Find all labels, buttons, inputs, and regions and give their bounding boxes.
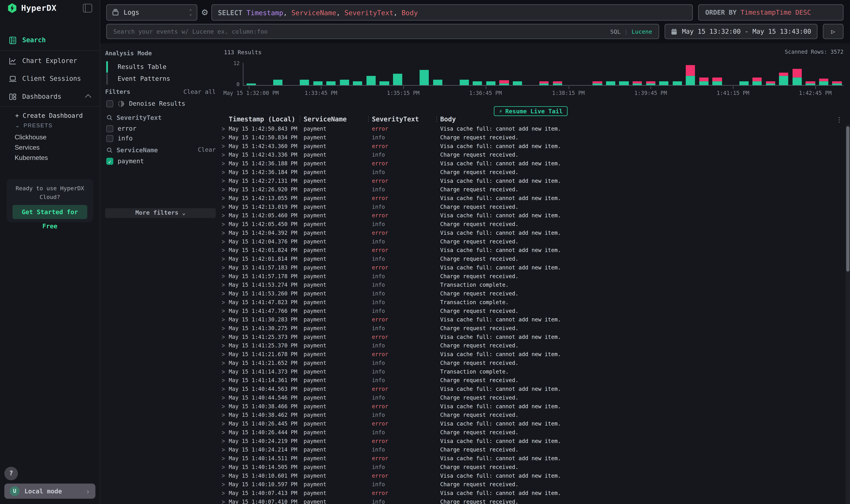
table-row[interactable]: > May 15 1:40:26.444 PM payment info Cha… xyxy=(218,428,844,437)
table-row[interactable]: > May 15 1:42:13.055 PM payment error Vi… xyxy=(218,194,844,203)
table-row[interactable]: > May 15 1:40:10.597 PM payment info Cha… xyxy=(218,480,844,489)
table-row[interactable]: > May 15 1:41:47.823 PM payment info Tra… xyxy=(218,298,844,307)
col-header-timestamp[interactable]: Timestamp (Local) xyxy=(229,115,304,125)
histogram-bar[interactable] xyxy=(538,63,551,85)
histogram-bar[interactable] xyxy=(271,63,285,85)
histogram-bar[interactable] xyxy=(657,63,671,85)
clear-all-button[interactable]: Clear all xyxy=(183,88,216,95)
table-row[interactable]: > May 15 1:42:50.834 PM payment info Cha… xyxy=(218,133,844,142)
denoise-checkbox[interactable] xyxy=(106,100,113,107)
histogram-bar[interactable] xyxy=(724,63,737,85)
table-row[interactable]: > May 15 1:42:13.019 PM payment info Cha… xyxy=(218,203,844,212)
help-button[interactable]: ? xyxy=(4,467,18,480)
histogram-bar[interactable] xyxy=(298,63,311,85)
table-row[interactable]: > May 15 1:40:24.214 PM payment info Cha… xyxy=(218,446,844,454)
source-select[interactable]: Logs ⌃⌄ xyxy=(106,4,197,21)
table-row[interactable]: > May 15 1:42:50.843 PM payment error Vi… xyxy=(218,125,844,133)
histogram-bar[interactable] xyxy=(324,63,338,85)
histogram-bar[interactable] xyxy=(804,63,817,85)
table-row[interactable]: > May 15 1:41:53.260 PM payment info Cha… xyxy=(218,289,844,298)
denoise-filter-row[interactable]: Denoise Results xyxy=(106,100,185,107)
table-row[interactable]: > May 15 1:41:25.370 PM payment info Cha… xyxy=(218,341,844,350)
table-row[interactable]: > May 15 1:40:14.511 PM payment error Vi… xyxy=(218,454,844,463)
table-row[interactable]: > May 15 1:40:10.601 PM payment error Vi… xyxy=(218,471,844,480)
histogram-bar[interactable] xyxy=(431,63,444,85)
order-by-input[interactable]: ORDER BY TimestampTime DESC xyxy=(698,4,844,21)
histogram-bar[interactable] xyxy=(311,63,324,85)
gear-icon[interactable]: ⚙ xyxy=(201,8,209,17)
table-menu-kebab-icon[interactable]: ⋮ xyxy=(836,116,842,124)
filter-option-payment[interactable]: ✓ payment xyxy=(106,157,144,165)
histogram-bar[interactable] xyxy=(444,63,457,85)
table-row[interactable]: > May 15 1:41:21.652 PM payment info Cha… xyxy=(218,359,844,367)
presets-toggle[interactable]: ⌄ PRESETS xyxy=(15,123,53,128)
histogram-bar[interactable] xyxy=(245,63,258,85)
column-resize-handle[interactable] xyxy=(300,116,300,123)
table-row[interactable]: > May 15 1:40:44.546 PM payment info Cha… xyxy=(218,394,844,402)
table-row[interactable]: > May 15 1:40:07.410 PM payment info Cha… xyxy=(218,498,844,504)
sidebar-item-clickhouse[interactable]: Clickhouse xyxy=(15,133,47,141)
histogram-bar[interactable] xyxy=(830,63,844,85)
histogram-bar[interactable] xyxy=(351,63,364,85)
sidebar-item-kubernetes[interactable]: Kubernetes xyxy=(15,154,48,162)
histogram-bar[interactable] xyxy=(338,63,351,85)
table-row[interactable]: > May 15 1:42:05.460 PM payment error Vi… xyxy=(218,211,844,220)
more-filters-button[interactable]: More filters ⌄ xyxy=(105,208,216,218)
local-mode-button[interactable]: U Local mode › xyxy=(4,484,95,499)
col-header-body[interactable]: Body xyxy=(440,115,844,125)
mode-event-patterns[interactable]: Event Patterns xyxy=(106,73,209,85)
sidebar-item-client-sessions[interactable]: Client Sessions xyxy=(0,71,100,86)
histogram-bar[interactable] xyxy=(764,63,777,85)
histogram-bar[interactable] xyxy=(364,63,378,85)
resume-live-tail-button[interactable]: ⚡ Resume Live Tail xyxy=(494,106,568,116)
search-input[interactable]: Search your events w/ Lucene ex. column:… xyxy=(106,24,659,39)
table-row[interactable]: > May 15 1:41:30.283 PM payment error Vi… xyxy=(218,316,844,324)
filter-option-error[interactable]: error xyxy=(106,125,137,132)
chevron-up-icon[interactable] xyxy=(85,94,91,100)
create-dashboard-button[interactable]: + Create Dashboard xyxy=(15,112,83,119)
table-row[interactable]: > May 15 1:42:36.188 PM payment error Vi… xyxy=(218,159,844,168)
table-row[interactable]: > May 15 1:41:21.678 PM payment error Vi… xyxy=(218,350,844,359)
histogram-bar[interactable] xyxy=(458,63,471,85)
histogram-bar[interactable] xyxy=(471,63,484,85)
lucene-mode-toggle[interactable]: Lucene xyxy=(632,28,652,35)
histogram-bar[interactable] xyxy=(484,63,498,85)
table-row[interactable]: > May 15 1:42:36.184 PM payment info Cha… xyxy=(218,168,844,177)
table-row[interactable]: > May 15 1:40:26.445 PM payment error Vi… xyxy=(218,419,844,428)
table-row[interactable]: > May 15 1:42:05.450 PM payment info Cha… xyxy=(218,220,844,229)
histogram-bar[interactable] xyxy=(750,63,764,85)
table-row[interactable]: > May 15 1:41:25.373 PM payment error Vi… xyxy=(218,333,844,342)
select-query-input[interactable]: SELECT Timestamp, ServiceName, SeverityT… xyxy=(211,4,693,21)
histogram-bar[interactable] xyxy=(417,63,431,85)
payment-checkbox[interactable]: ✓ xyxy=(106,158,113,164)
col-header-severitytext[interactable]: SeverityText xyxy=(372,115,440,125)
table-row[interactable]: > May 15 1:41:14.361 PM payment info Cha… xyxy=(218,376,844,385)
histogram-bar[interactable] xyxy=(777,63,790,85)
vertical-scrollbar[interactable] xyxy=(846,125,850,504)
histogram-bar[interactable] xyxy=(577,63,591,85)
table-row[interactable]: > May 15 1:40:38.466 PM payment error Vi… xyxy=(218,402,844,411)
table-row[interactable]: > May 15 1:42:04.392 PM payment error Vi… xyxy=(218,229,844,237)
sidebar-item-search[interactable]: Search xyxy=(0,33,100,48)
table-row[interactable]: > May 15 1:42:43.360 PM payment error Vi… xyxy=(218,142,844,151)
sidebar-item-chart-explorer[interactable]: Chart Explorer xyxy=(0,53,100,68)
histogram-bar[interactable] xyxy=(710,63,724,85)
table-row[interactable]: > May 15 1:40:07.413 PM payment error Vi… xyxy=(218,489,844,498)
histogram-bar[interactable] xyxy=(591,63,604,85)
histogram-bar[interactable] xyxy=(524,63,537,85)
filter-option-info[interactable]: info xyxy=(106,134,132,142)
table-row[interactable]: > May 15 1:42:26.920 PM payment info Cha… xyxy=(218,185,844,194)
sidebar-item-dashboards[interactable]: Dashboards xyxy=(0,89,100,104)
table-row[interactable]: > May 15 1:42:01.814 PM payment info Cha… xyxy=(218,255,844,264)
table-row[interactable]: > May 15 1:41:57.183 PM payment error Vi… xyxy=(218,264,844,272)
run-query-button[interactable]: ▷ xyxy=(823,24,844,39)
histogram-bar[interactable] xyxy=(564,63,577,85)
histogram-bar[interactable] xyxy=(285,63,298,85)
histogram-bar[interactable] xyxy=(604,63,617,85)
error-checkbox[interactable] xyxy=(106,125,113,132)
table-row[interactable]: > May 15 1:40:38.462 PM payment info Cha… xyxy=(218,411,844,419)
histogram-bar[interactable] xyxy=(644,63,657,85)
histogram-bar[interactable] xyxy=(790,63,803,85)
column-resize-handle[interactable] xyxy=(436,116,437,123)
histogram-bar[interactable] xyxy=(817,63,830,85)
